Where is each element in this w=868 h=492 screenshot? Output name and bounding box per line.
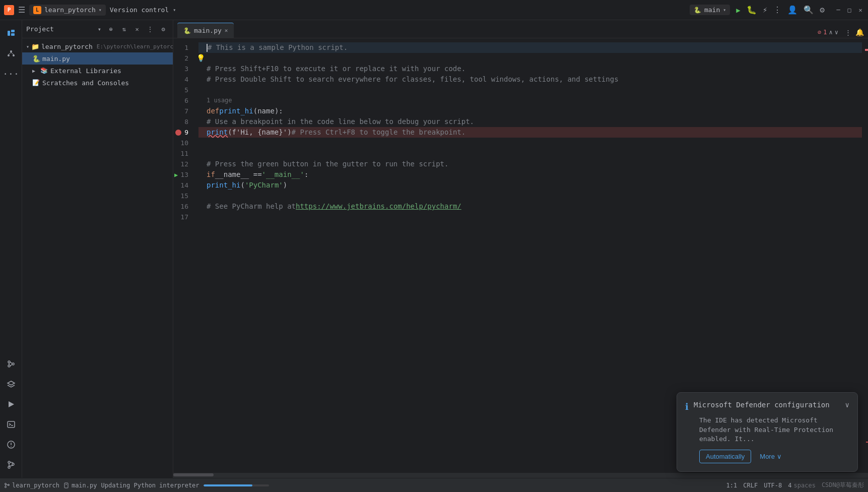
editor-menu-button[interactable]: ⋮: [842, 27, 853, 38]
line-number-9: 9: [173, 127, 192, 138]
gutter-error-mark: [865, 49, 868, 51]
status-encoding[interactable]: UTF-8: [764, 482, 782, 489]
profile-icon[interactable]: 👤: [787, 5, 797, 15]
search-icon[interactable]: 🔍: [804, 5, 814, 15]
tree-item-scratches[interactable]: 📝 Scratches and Consoles: [22, 77, 173, 89]
indent-label: 4: [788, 482, 791, 489]
sidebar-icon-project[interactable]: [2, 24, 20, 42]
run-config-selector[interactable]: 🐍 main ▾: [690, 5, 730, 15]
run-gutter-arrow-icon[interactable]: ▶: [174, 169, 178, 180]
hamburger-menu-icon[interactable]: ☰: [18, 5, 25, 15]
code-line-5: [198, 85, 862, 95]
notification-actions: Automatically More ∨: [699, 450, 849, 463]
notification-more-button[interactable]: More ∨: [755, 450, 786, 463]
maximize-button[interactable]: □: [846, 7, 853, 14]
svg-point-8: [8, 361, 10, 363]
code-comment-4: # Press Double Shift to search everywher…: [207, 74, 619, 85]
git-branch-icon: [4, 482, 10, 488]
tab-bar-right: ⊘ 1 ∧ ∨ ⋮ 🔔: [818, 27, 864, 38]
builtin-print: print: [207, 127, 228, 138]
status-indent[interactable]: 4 spaces: [788, 482, 816, 489]
horizontal-scrollbar[interactable]: [173, 473, 868, 478]
panel-actions: ⊕ ⇅ ✕ ⋮ ⚙: [105, 24, 169, 35]
sidebar-icon-git[interactable]: [2, 456, 20, 474]
update-text: Updating Python interpreter: [101, 482, 199, 489]
notification-automatically-button[interactable]: Automatically: [699, 450, 751, 463]
minimize-button[interactable]: ─: [835, 7, 842, 14]
status-extra-info: CSDN@草莓秦彤: [822, 481, 864, 489]
code-comment-9: # Press Ctrl+F8 to toggle the breakpoint…: [292, 127, 466, 138]
title-bar-left: P ☰ L learn_pytorch ▾ Version control ▾: [4, 5, 686, 16]
progress-bar-fill: [204, 484, 253, 486]
svg-point-26: [5, 486, 7, 487]
tree-item-root[interactable]: ▾ 📁 learn_pytorch E:\pytorch\learn_pytor…: [22, 40, 173, 52]
code-line-13: if __name__ == '__main__':: [198, 169, 862, 180]
notifications-icon[interactable]: 🔔: [855, 28, 864, 36]
panel-gear-button[interactable]: ⚙: [158, 24, 169, 35]
code-comment-12: # Press the green button in the gutter t…: [207, 159, 448, 169]
more-run-options-icon[interactable]: ⋮: [773, 5, 781, 15]
scrollbar-thumb[interactable]: [173, 473, 214, 476]
sidebar-icon-git-collab[interactable]: [2, 355, 20, 373]
status-position[interactable]: 1:1: [726, 482, 738, 489]
notification-body: The IDE has detected Microsoft Defender …: [699, 416, 849, 444]
line-number-14: 14: [173, 180, 192, 191]
run-button-icon[interactable]: ▶: [736, 6, 740, 14]
close-button[interactable]: ✕: [857, 7, 864, 14]
line-number-3: 3: [173, 64, 192, 74]
line-number-7: 7: [173, 106, 192, 116]
string-pycharm: 'PyCharm': [245, 180, 283, 191]
panel-expand-button[interactable]: ⇅: [118, 24, 129, 35]
more-chevron-icon: ∨: [777, 453, 782, 460]
line-number-15: 15: [173, 191, 192, 201]
status-line-ending[interactable]: CRLF: [743, 482, 758, 489]
error-nav-up[interactable]: ∧: [829, 29, 833, 36]
version-control-dropdown-icon: ▾: [173, 7, 176, 13]
sidebar-icon-terminal[interactable]: [2, 415, 20, 434]
panel-more-button[interactable]: ⋮: [145, 24, 156, 35]
notification-collapse-button[interactable]: ∨: [845, 401, 849, 409]
breakpoint-dot[interactable]: [175, 130, 181, 136]
code-line-12: # Press the green button in the gutter t…: [198, 159, 862, 169]
panel-add-button[interactable]: ⊕: [105, 24, 116, 35]
code-param: name: [257, 106, 275, 116]
notification-title: Microsoft Defender configuration: [694, 401, 830, 409]
sidebar-icon-run[interactable]: [2, 395, 20, 413]
code-line-2: 💡: [198, 53, 862, 64]
tree-item-external-libs[interactable]: ▶ 📚 External Libraries: [22, 65, 173, 77]
svg-point-4: [8, 54, 10, 56]
tab-mainpy[interactable]: 🐍 main.py ✕: [177, 23, 234, 38]
tree-item-mainpy[interactable]: 🐍 main.py: [22, 52, 173, 65]
code-line-1: # This is a sample Python script.: [198, 42, 862, 53]
code-line-15: [198, 191, 862, 201]
svg-line-6: [9, 52, 11, 54]
coverage-button-icon[interactable]: ⚡: [763, 5, 768, 15]
debug-button-icon[interactable]: 🐛: [747, 5, 757, 15]
project-dropdown-arrow[interactable]: ▾: [98, 26, 101, 33]
tab-close-button[interactable]: ✕: [225, 27, 228, 34]
sidebar-icon-structure[interactable]: [2, 44, 20, 63]
help-link[interactable]: https://www.jetbrains.com/help/pycharm/: [296, 201, 461, 212]
svg-rect-29: [64, 483, 68, 488]
error-nav-down[interactable]: ∨: [835, 29, 838, 36]
settings-icon[interactable]: ⚙: [820, 5, 825, 15]
status-git-branch[interactable]: learn_pytorch: [4, 482, 59, 489]
code-dunder: __name__ ==: [215, 169, 262, 180]
svg-point-9: [8, 365, 10, 367]
project-selector[interactable]: L learn_pytorch ▾: [29, 5, 106, 16]
sidebar-icon-problems[interactable]: [2, 436, 20, 454]
code-line-10: [198, 138, 862, 148]
run-config-name: main: [704, 6, 720, 14]
version-control-label[interactable]: Version control: [110, 6, 169, 14]
sidebar-icon-more[interactable]: ···: [2, 65, 20, 83]
code-comment-8: # Use a breakpoint in the code line belo…: [207, 116, 474, 127]
svg-line-12: [10, 362, 12, 363]
lightbulb-icon[interactable]: 💡: [198, 53, 205, 64]
panel-close-button[interactable]: ✕: [131, 24, 143, 35]
progress-bar: [204, 484, 269, 486]
function-call-printhi: print_hi: [207, 180, 240, 191]
notification-header: ℹ Microsoft Defender configuration ∨: [685, 401, 849, 412]
sidebar-icon-layers[interactable]: [2, 375, 20, 393]
status-file[interactable]: main.py: [63, 482, 97, 489]
tree-root-label: learn_pytorch: [41, 43, 93, 50]
